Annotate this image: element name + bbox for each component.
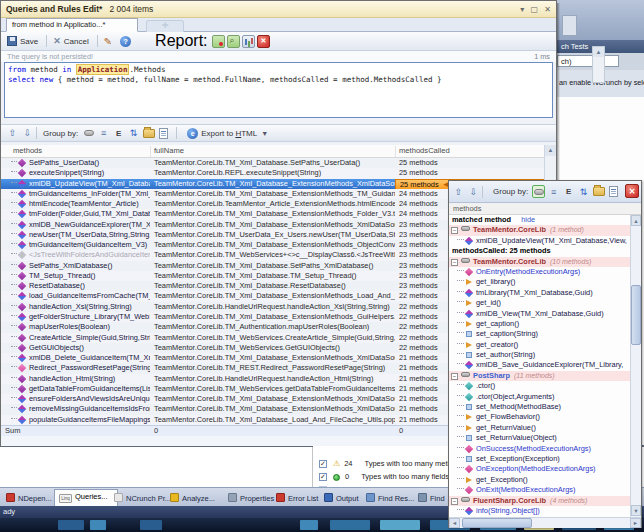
group-by-assembly-icon[interactable] [82,127,95,140]
method-item-row[interactable]: get_FlowBehavior() [449,412,630,422]
expand-all-icon[interactable]: ⇧ [452,185,465,198]
cell-fullname: TeamMentor.CoreLib.HandleUrlRequest.hand… [150,302,395,312]
collapse-expander-icon[interactable]: − [451,373,458,380]
method-item-row[interactable]: get_creator() [449,340,630,350]
method-item-row[interactable]: set_ReturnValue(Object) [449,433,630,443]
folder-icon[interactable] [592,185,605,198]
method-item-row[interactable]: xmlDB_View(TM_Xml_Database,Guid) [449,309,630,319]
cql-code-editor[interactable]: from method in Application.Methodsselect… [4,62,553,118]
collapse-expander-icon[interactable]: − [451,259,458,266]
report-view-icon[interactable] [227,35,240,48]
group-by-assembly-icon[interactable] [532,185,545,198]
method-item-row[interactable]: set_caption(String) [449,329,630,339]
close-icon[interactable]: ✕ [625,184,639,198]
taskbar-item[interactable] [300,520,318,530]
col-methods[interactable]: methods [13,145,42,157]
assembly-group-row[interactable]: −TeamMentor.CoreLib(10 methods) [449,257,630,267]
group-by-method-icon[interactable]: ⇅ [127,127,140,140]
new-query-tab[interactable]: ✛ [146,20,184,32]
taskbar-item[interactable] [330,520,370,530]
col-fullname[interactable]: fullName [154,145,184,157]
help-icon[interactable]: ? [120,36,131,47]
column-separator[interactable] [395,146,396,157]
cancel-button[interactable]: ✕Cancel [53,36,88,46]
method-item-row[interactable]: get_Exception() [449,475,630,485]
scrollbar-thumb[interactable] [631,285,641,345]
report-chart-icon[interactable] [242,35,255,48]
collapse-expander-icon[interactable]: − [451,498,458,505]
method-item-row[interactable]: get_ReturnValue() [449,423,630,433]
window-titlebar[interactable]: Queries and Rules Edit*2 004 items ▾ ▢ ✕ [1,1,556,18]
method-item-row[interactable]: get_caption() [449,319,630,329]
report-build-icon[interactable] [212,35,225,48]
scroll-up-icon[interactable]: ▲ [631,215,641,226]
method-item-row[interactable]: set_author(String) [449,350,630,360]
file-icon[interactable] [607,185,620,198]
method-item-row[interactable]: get_library() [449,277,630,287]
cell-method: xmlDB_Delete_GuidanceItem(TM_Xml [1,353,150,363]
checkbox[interactable]: ✓ [319,460,327,468]
ncrunch-scrollbar[interactable]: ▲ [592,46,605,83]
checkbox[interactable]: ✓ [319,473,327,481]
method-item-row[interactable]: get_id() [449,298,630,308]
taskbar-item[interactable] [140,520,162,530]
group-by-method-icon[interactable]: ⇅ [577,185,590,198]
group-by-namespace-icon[interactable]: ≡ [547,185,560,198]
scroll-up-icon[interactable]: ▲ [545,145,556,156]
method-item-row[interactable]: .ctor(Object,Arguments) [449,392,630,402]
ncrunch-toolbar-button[interactable] [562,15,577,36]
folder-icon[interactable] [142,127,155,140]
method-item-row[interactable]: set_Exception(Exception) [449,454,630,464]
method-item-row[interactable]: OnExit(MethodExecutionArgs) [449,485,630,495]
tab-ndepen[interactable]: NDepen... [2,492,60,506]
table-row[interactable]: executeSnippet(String)TeamMentor.CoreLib… [1,168,556,178]
taskbar-item[interactable] [90,520,106,530]
assembly-group-row[interactable]: −FluentSharp.CoreLib(4 methods) [449,496,630,506]
rule-row[interactable]: ✓⚠24Types with too many methods [319,458,448,470]
taskbar-item[interactable] [380,520,420,530]
scroll-up-icon[interactable]: ▲ [593,47,604,57]
tab-analyze[interactable]: Analyze... [166,492,230,506]
collapse-all-icon[interactable]: ⇩ [21,127,34,140]
export-to-html-button[interactable]: e Export to HTML ▼ [187,128,268,139]
method-item-row[interactable]: xmlDB_UpdateView(TM_Xml_Database,View, [449,236,630,246]
method-item-row[interactable]: OnException(MethodExecutionArgs) [449,464,630,474]
method-item-row[interactable]: OnSuccess(MethodExecutionArgs) [449,444,630,454]
file-icon[interactable] [157,127,170,140]
rule-row[interactable]: ✓0Types with too many fields [319,471,448,483]
report-delete-icon[interactable] [257,35,270,48]
panel-horizontal-scrollbar[interactable]: ◄ ► [449,517,641,528]
taskbar-item[interactable] [58,520,84,530]
scroll-right-icon[interactable]: ► [630,518,641,528]
panel-column-header[interactable]: methods [449,203,641,215]
group-by-namespace-icon[interactable]: ≡ [97,127,110,140]
collapse-expander-icon[interactable]: − [451,227,458,234]
method-item-row[interactable]: set_Method(MethodBase) [449,402,630,412]
results-table-header[interactable]: methodsfullNamemethodsCalled [1,145,556,158]
panel-vertical-scrollbar[interactable]: ▲ ▼ [630,215,641,517]
table-row[interactable]: SetPaths_UserData()TeamMentor.CoreLib.TM… [1,158,556,168]
method-item-row[interactable]: OnEntry(MethodExecutionArgs) [449,267,630,277]
column-separator[interactable] [150,146,151,157]
group-by-type-icon[interactable]: E [562,185,575,198]
method-item-row[interactable]: info(String,Object[]) [449,506,630,516]
scroll-left-icon[interactable]: ◄ [449,518,460,528]
assembly-group-row[interactable]: −PostSharp(11 methods) [449,371,630,381]
method-item-row[interactable]: xmlDB_Save_GuidanceExplorer(TM_Library, [449,360,630,370]
scrollbar-thumb[interactable] [462,518,532,528]
edit-pencil-icon[interactable]: ✎ [104,36,112,47]
tab-queries[interactable]: LinqQueries... [54,489,118,507]
assembly-group-row[interactable]: −TeamMentor.CoreLib(1 method) [449,225,630,235]
method-item-row[interactable]: .ctor() [449,381,630,391]
ncrunch-engine-dropdown[interactable]: ch) [557,55,619,67]
col-methodscalled[interactable]: methodsCalled [399,145,450,157]
hide-link[interactable]: hide [521,215,535,224]
query-tab[interactable]: from method in Applicatio...* [6,18,138,32]
scroll-down-icon[interactable]: ▼ [631,505,641,516]
expand-all-icon[interactable]: ⇧ [6,127,19,140]
collapse-all-icon[interactable]: ⇩ [467,185,480,198]
save-button[interactable]: Save [7,36,38,46]
window-controls[interactable]: ▾ ▢ ✕ [520,2,553,18]
method-item-row[interactable]: tmLibrary(TM_Xml_Database,Guid) [449,288,630,298]
group-by-type-icon[interactable]: E [112,127,125,140]
